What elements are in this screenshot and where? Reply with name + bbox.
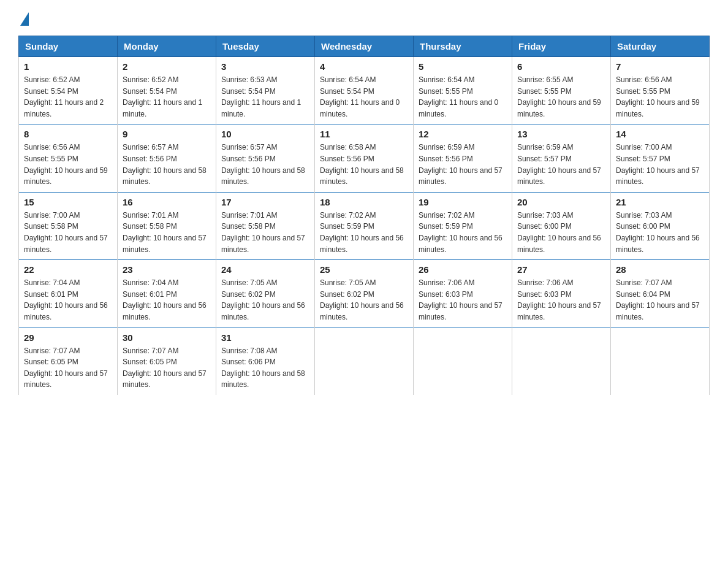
calendar-table: SundayMondayTuesdayWednesdayThursdayFrid… [18,36,710,395]
column-header-wednesday: Wednesday [315,36,414,57]
day-number: 9 [123,129,211,139]
calendar-cell: 15Sunrise: 7:00 AMSunset: 5:58 PMDayligh… [19,192,118,259]
day-info: Sunrise: 7:07 AMSunset: 6:05 PMDaylight:… [123,345,211,391]
day-info: Sunrise: 7:07 AMSunset: 6:05 PMDaylight:… [24,345,112,391]
calendar-cell: 2Sunrise: 6:52 AMSunset: 5:54 PMDaylight… [118,57,216,124]
calendar-cell: 19Sunrise: 7:02 AMSunset: 5:59 PMDayligh… [414,192,512,259]
day-number: 31 [221,332,309,343]
calendar-cell: 11Sunrise: 6:58 AMSunset: 5:56 PMDayligh… [315,124,414,192]
day-info: Sunrise: 7:00 AMSunset: 5:57 PMDaylight:… [616,142,704,187]
calendar-cell: 13Sunrise: 6:59 AMSunset: 5:57 PMDayligh… [512,124,611,192]
calendar-cell: 6Sunrise: 6:55 AMSunset: 5:55 PMDaylight… [512,57,611,124]
column-header-monday: Monday [118,36,216,57]
calendar-cell: 23Sunrise: 7:04 AMSunset: 6:01 PMDayligh… [118,260,216,327]
calendar-cell: 14Sunrise: 7:00 AMSunset: 5:57 PMDayligh… [611,124,710,192]
calendar-week-row: 1Sunrise: 6:52 AMSunset: 5:54 PMDaylight… [19,57,710,124]
calendar-cell: 1Sunrise: 6:52 AMSunset: 5:54 PMDaylight… [19,57,118,124]
day-info: Sunrise: 7:03 AMSunset: 6:00 PMDaylight:… [517,210,605,255]
calendar-cell: 12Sunrise: 6:59 AMSunset: 5:56 PMDayligh… [414,124,512,192]
day-info: Sunrise: 7:04 AMSunset: 6:01 PMDaylight:… [24,277,112,323]
day-info: Sunrise: 6:56 AMSunset: 5:55 PMDaylight:… [616,74,704,120]
day-number: 7 [616,61,704,72]
day-number: 19 [419,197,507,207]
calendar-cell: 5Sunrise: 6:54 AMSunset: 5:55 PMDaylight… [414,57,512,124]
day-number: 6 [517,61,605,72]
day-number: 11 [320,129,408,139]
day-number: 1 [24,61,112,72]
day-info: Sunrise: 7:01 AMSunset: 5:58 PMDaylight:… [123,210,211,255]
day-info: Sunrise: 7:02 AMSunset: 5:59 PMDaylight:… [419,210,507,255]
calendar-cell: 27Sunrise: 7:06 AMSunset: 6:03 PMDayligh… [512,260,611,327]
day-number: 5 [419,61,507,72]
day-info: Sunrise: 7:07 AMSunset: 6:04 PMDaylight:… [616,277,704,323]
calendar-cell: 24Sunrise: 7:05 AMSunset: 6:02 PMDayligh… [216,260,315,327]
calendar-cell: 31Sunrise: 7:08 AMSunset: 6:06 PMDayligh… [216,327,315,395]
logo-triangle-icon [20,12,29,26]
day-number: 21 [616,197,704,207]
day-number: 13 [517,129,605,139]
day-info: Sunrise: 6:55 AMSunset: 5:55 PMDaylight:… [517,74,605,120]
day-info: Sunrise: 6:58 AMSunset: 5:56 PMDaylight:… [320,142,408,187]
day-number: 17 [221,197,309,207]
day-info: Sunrise: 6:57 AMSunset: 5:56 PMDaylight:… [123,142,211,187]
day-info: Sunrise: 6:59 AMSunset: 5:57 PMDaylight:… [517,142,605,187]
day-info: Sunrise: 7:08 AMSunset: 6:06 PMDaylight:… [221,345,309,391]
calendar-cell: 28Sunrise: 7:07 AMSunset: 6:04 PMDayligh… [611,260,710,327]
column-header-tuesday: Tuesday [216,36,315,57]
day-number: 12 [419,129,507,139]
day-info: Sunrise: 7:04 AMSunset: 6:01 PMDaylight:… [123,277,211,323]
column-header-sunday: Sunday [19,36,118,57]
day-info: Sunrise: 7:00 AMSunset: 5:58 PMDaylight:… [24,210,112,255]
calendar-week-row: 15Sunrise: 7:00 AMSunset: 5:58 PMDayligh… [19,192,710,259]
day-info: Sunrise: 7:06 AMSunset: 6:03 PMDaylight:… [517,277,605,323]
calendar-week-row: 22Sunrise: 7:04 AMSunset: 6:01 PMDayligh… [19,260,710,327]
day-number: 10 [221,129,309,139]
calendar-cell: 29Sunrise: 7:07 AMSunset: 6:05 PMDayligh… [19,327,118,395]
calendar-cell: 26Sunrise: 7:06 AMSunset: 6:03 PMDayligh… [414,260,512,327]
day-number: 27 [517,264,605,275]
day-number: 16 [123,197,211,207]
day-number: 14 [616,129,704,139]
calendar-cell [512,327,611,395]
day-number: 24 [221,264,309,275]
day-number: 4 [320,61,408,72]
calendar-cell: 9Sunrise: 6:57 AMSunset: 5:56 PMDaylight… [118,124,216,192]
day-number: 23 [123,264,211,275]
day-number: 22 [24,264,112,275]
day-number: 2 [123,61,211,72]
calendar-cell: 21Sunrise: 7:03 AMSunset: 6:00 PMDayligh… [611,192,710,259]
day-info: Sunrise: 6:59 AMSunset: 5:56 PMDaylight:… [419,142,507,187]
calendar-cell: 20Sunrise: 7:03 AMSunset: 6:00 PMDayligh… [512,192,611,259]
day-number: 20 [517,197,605,207]
day-info: Sunrise: 7:03 AMSunset: 6:00 PMDaylight:… [616,210,704,255]
day-number: 29 [24,332,112,343]
day-number: 28 [616,264,704,275]
day-info: Sunrise: 6:54 AMSunset: 5:55 PMDaylight:… [419,74,507,120]
day-number: 18 [320,197,408,207]
day-number: 15 [24,197,112,207]
calendar-cell: 10Sunrise: 6:57 AMSunset: 5:56 PMDayligh… [216,124,315,192]
day-info: Sunrise: 6:56 AMSunset: 5:55 PMDaylight:… [24,142,112,187]
day-info: Sunrise: 7:05 AMSunset: 6:02 PMDaylight:… [221,277,309,323]
day-info: Sunrise: 7:02 AMSunset: 5:59 PMDaylight:… [320,210,408,255]
column-header-thursday: Thursday [414,36,512,57]
day-number: 26 [419,264,507,275]
calendar-cell: 3Sunrise: 6:53 AMSunset: 5:54 PMDaylight… [216,57,315,124]
calendar-week-row: 8Sunrise: 6:56 AMSunset: 5:55 PMDaylight… [19,124,710,192]
calendar-cell: 16Sunrise: 7:01 AMSunset: 5:58 PMDayligh… [118,192,216,259]
day-info: Sunrise: 6:53 AMSunset: 5:54 PMDaylight:… [221,74,309,120]
logo [18,12,29,25]
day-info: Sunrise: 7:01 AMSunset: 5:58 PMDaylight:… [221,210,309,255]
day-info: Sunrise: 7:06 AMSunset: 6:03 PMDaylight:… [419,277,507,323]
calendar-cell: 17Sunrise: 7:01 AMSunset: 5:58 PMDayligh… [216,192,315,259]
calendar-cell: 30Sunrise: 7:07 AMSunset: 6:05 PMDayligh… [118,327,216,395]
page-header [18,12,710,25]
day-info: Sunrise: 6:57 AMSunset: 5:56 PMDaylight:… [221,142,309,187]
day-info: Sunrise: 6:54 AMSunset: 5:54 PMDaylight:… [320,74,408,120]
calendar-cell: 25Sunrise: 7:05 AMSunset: 6:02 PMDayligh… [315,260,414,327]
calendar-week-row: 29Sunrise: 7:07 AMSunset: 6:05 PMDayligh… [19,327,710,395]
calendar-cell: 4Sunrise: 6:54 AMSunset: 5:54 PMDaylight… [315,57,414,124]
column-header-friday: Friday [512,36,611,57]
calendar-header-row: SundayMondayTuesdayWednesdayThursdayFrid… [19,36,710,57]
calendar-cell: 22Sunrise: 7:04 AMSunset: 6:01 PMDayligh… [19,260,118,327]
